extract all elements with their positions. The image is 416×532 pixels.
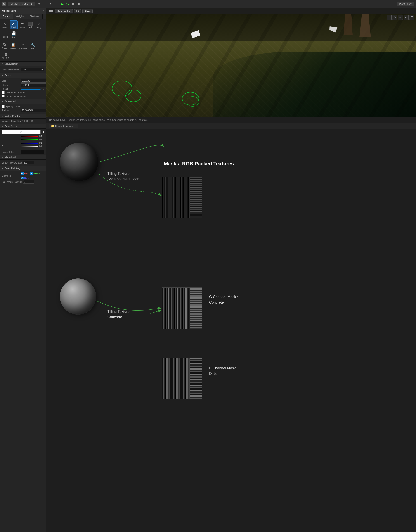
copy-tool-button[interactable]: ⧉ Copy [0,41,8,50]
fill-label: Fill [29,26,32,29]
select-tool-button[interactable]: ↖ Select [0,20,9,30]
vertex-preview-size-input[interactable] [23,161,34,164]
visualization2-header[interactable]: Visualization [0,155,46,160]
vp-btn-3[interactable]: ⤢ [398,15,403,20]
import-tool-button[interactable]: ↓ Import [0,30,9,39]
fix-tool-button[interactable]: 🔧 Fix [29,41,37,51]
arrow-icon[interactable]: ↗ [48,2,53,6]
paste-tool-button[interactable]: 📋 Paste [9,41,17,51]
settings-icon[interactable]: ⚙ [37,2,41,6]
platforms-button[interactable]: Platforms ▾ [397,1,414,6]
ignore-back-facing-label: Ignore Back-Facing [6,95,26,97]
remove-label: Remove [19,47,27,49]
tab-colors[interactable]: Colors [0,14,13,19]
b-row: B 1.0 [2,141,44,145]
tab-bar: Colors Weights Textures [0,14,46,19]
remove-tool-button[interactable]: ✕ Remove [18,41,28,51]
mode-label: Mesh Paint Mode [11,3,30,5]
lod-row: LOD Model Painting [2,180,44,184]
save-label: Save [11,36,16,38]
green-channel-checkbox[interactable] [30,172,33,175]
strength-row: Strength ↺ [2,83,44,87]
content-browser-tab-item[interactable]: 📁 Content Browser × [49,124,78,128]
diagram-area: Masks- RGB Packed Textures Tilling Textu… [46,129,416,514]
panel-close-button[interactable]: × [43,9,44,13]
vp-btn-1[interactable]: + [387,15,392,20]
blue-channel-checkbox[interactable] [21,177,24,179]
paint-icon: 🖌 [12,21,15,26]
all-lods-icon: ⊞ [5,52,8,57]
sphere-2-label-line2: Concrete [107,314,130,320]
copy-label: Copy [2,47,7,49]
stop-button[interactable]: ⏹ [71,2,76,6]
apply-tool-button[interactable]: ✓ Apply [35,20,43,30]
b-label: B [2,142,20,144]
sphere-1-label: Tilling Texture Base concrete floor [107,171,139,182]
chevron-down-icon: ▾ [31,2,32,5]
a-label: A [2,145,20,148]
all-lods-tool-button[interactable]: ⊞ All LODs [0,51,12,60]
vp-btn-4[interactable]: ⚙ [404,15,408,20]
add-icon[interactable]: ＋ [42,1,47,7]
perspective-button[interactable]: Perspective [55,9,73,13]
import-icon: ↓ [4,31,6,35]
brush-header[interactable]: Brush [0,73,46,78]
advanced-header[interactable]: Advanced [0,99,46,104]
paint-circle-4 [187,96,199,106]
enable-brush-flow-checkbox[interactable] [2,91,5,94]
b-channel-line2: Dirts [209,371,238,376]
red-channel-checkbox[interactable] [21,172,24,175]
save-tool-button[interactable]: 💾 Save [10,30,18,39]
paint-tool-button[interactable]: 🖌 Paint [10,20,18,29]
play-button[interactable]: ▶ [60,2,65,6]
specify-radius-checkbox[interactable] [2,105,5,108]
right-content: Perspective Lit Show [46,8,416,532]
vp-btn-5[interactable]: ☰ [409,15,414,20]
ignore-back-facing-checkbox[interactable] [2,95,5,97]
color-picker-dot[interactable] [43,131,44,133]
paint-label: Paint [11,26,16,28]
fill-tool-button[interactable]: ⬛ Fill [27,20,34,30]
content-browser-close-icon[interactable]: × [75,124,76,127]
viewport-menu-icon[interactable] [48,9,54,13]
select-label: Select [2,26,8,29]
fill-icon: ⬛ [28,21,33,26]
sequencer-message: No active Level Sequencer detected. Plea… [49,118,148,121]
instance-color-size-row: Instance Color Size 14.312 KB [2,119,44,123]
color-painting-header[interactable]: Color Painting [0,166,46,171]
play-alt-button[interactable]: ▷ [65,2,70,6]
fix-label: Fix [31,47,34,49]
pause-button[interactable]: ⏸ [76,2,81,6]
color-view-mode-label: Color View Mode [2,68,20,71]
specify-radius-label: Specify Radius [6,106,21,108]
figure-2 [344,14,353,35]
app-logo: U [2,2,6,6]
erase-color-swatch[interactable] [21,150,44,154]
advanced-content: Specify Radius Radius ↺ [0,104,46,114]
mesh-paint-mode-button[interactable]: Mesh Paint Mode ▾ [8,1,35,6]
menu-icon[interactable]: ☰ [54,2,58,6]
paint-color-swatch[interactable] [2,130,41,134]
radius-label: Radius [2,109,20,112]
visualization-header[interactable]: Visualization [0,61,46,66]
g-channel-line2: Concrete [209,300,238,305]
vp-btn-2[interactable]: ↻ [392,15,397,20]
visualization2-content: Vertex Preview Size [0,160,46,166]
lod-input[interactable] [23,180,34,184]
tab-textures[interactable]: Textures [27,14,43,19]
remove-icon: ✕ [21,42,24,47]
toolbar-row-1: ↖ Select 🖌 Paint ⇄ Swap ⬛ Fill ✓ Apply ↓ [0,19,46,40]
r-row: R 1.0 [2,135,44,138]
tab-weights[interactable]: Weights [13,14,28,19]
falloff-label: Falloff [2,88,20,90]
platforms-chevron-icon: ▾ [410,2,412,5]
options-icon[interactable]: ⋮ [82,2,87,6]
swap-tool-button[interactable]: ⇄ Swap [18,20,27,30]
show-button[interactable]: Show [82,9,93,13]
paint-circle-2 [125,90,141,102]
lit-button[interactable]: Lit [74,9,81,13]
radius-row: Radius ↺ [2,108,44,113]
vertex-painting-header[interactable]: Vertex Painting [0,114,46,118]
paint-color-header[interactable]: Paint Color [0,124,46,129]
color-view-mode-select[interactable]: Off [21,68,44,71]
